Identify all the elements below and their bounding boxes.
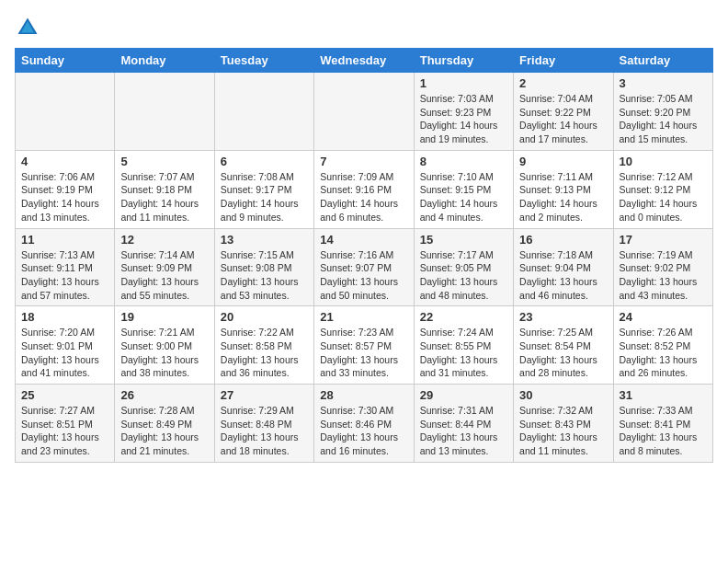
- calendar-cell: 22Sunrise: 7:24 AM Sunset: 8:55 PM Dayli…: [414, 306, 513, 385]
- day-number: 11: [21, 233, 108, 247]
- calendar-table: SundayMondayTuesdayWednesdayThursdayFrid…: [15, 48, 713, 463]
- day-number: 9: [519, 155, 607, 168]
- day-number: 2: [519, 76, 607, 90]
- day-number: 13: [221, 233, 308, 247]
- header-tuesday: Tuesday: [214, 49, 313, 73]
- calendar-cell: 5Sunrise: 7:07 AM Sunset: 9:18 PM Daylig…: [115, 150, 214, 228]
- calendar-cell: 31Sunrise: 7:33 AM Sunset: 8:41 PM Dayli…: [613, 385, 712, 463]
- day-number: 29: [420, 388, 507, 402]
- day-number: 26: [120, 388, 208, 402]
- logo-icon: [15, 15, 40, 40]
- day-number: 5: [120, 155, 208, 168]
- day-number: 19: [120, 310, 208, 324]
- calendar-week-3: 11Sunrise: 7:13 AM Sunset: 9:11 PM Dayli…: [16, 228, 713, 306]
- day-number: 20: [221, 310, 308, 324]
- calendar-cell: 23Sunrise: 7:25 AM Sunset: 8:54 PM Dayli…: [514, 306, 613, 385]
- day-info: Sunrise: 7:03 AM Sunset: 9:23 PM Dayligh…: [420, 92, 507, 146]
- day-info: Sunrise: 7:23 AM Sunset: 8:57 PM Dayligh…: [320, 326, 407, 380]
- calendar-cell: 1Sunrise: 7:03 AM Sunset: 9:23 PM Daylig…: [414, 73, 513, 151]
- day-number: 24: [620, 310, 707, 324]
- day-info: Sunrise: 7:18 AM Sunset: 9:04 PM Dayligh…: [519, 248, 607, 303]
- header: [15, 15, 713, 40]
- logo: [15, 15, 44, 40]
- day-info: Sunrise: 7:32 AM Sunset: 8:43 PM Dayligh…: [519, 404, 607, 458]
- calendar-cell: 27Sunrise: 7:29 AM Sunset: 8:48 PM Dayli…: [214, 385, 313, 463]
- day-info: Sunrise: 7:13 AM Sunset: 9:11 PM Dayligh…: [21, 248, 108, 303]
- calendar-cell: 6Sunrise: 7:08 AM Sunset: 9:17 PM Daylig…: [214, 150, 313, 228]
- day-info: Sunrise: 7:19 AM Sunset: 9:02 PM Dayligh…: [620, 248, 707, 303]
- day-info: Sunrise: 7:11 AM Sunset: 9:13 PM Dayligh…: [519, 170, 607, 224]
- calendar-cell: [214, 73, 313, 151]
- calendar-cell: [16, 73, 115, 151]
- day-info: Sunrise: 7:26 AM Sunset: 8:52 PM Dayligh…: [620, 326, 707, 380]
- header-sunday: Sunday: [16, 49, 115, 73]
- day-number: 25: [21, 388, 108, 402]
- day-info: Sunrise: 7:05 AM Sunset: 9:20 PM Dayligh…: [620, 92, 707, 146]
- day-info: Sunrise: 7:16 AM Sunset: 9:07 PM Dayligh…: [320, 248, 407, 303]
- day-info: Sunrise: 7:17 AM Sunset: 9:05 PM Dayligh…: [420, 248, 507, 303]
- day-number: 14: [320, 233, 407, 247]
- day-info: Sunrise: 7:24 AM Sunset: 8:55 PM Dayligh…: [420, 326, 507, 380]
- day-number: 17: [620, 233, 707, 247]
- calendar-cell: 4Sunrise: 7:06 AM Sunset: 9:19 PM Daylig…: [16, 150, 115, 228]
- calendar-cell: 28Sunrise: 7:30 AM Sunset: 8:46 PM Dayli…: [314, 385, 414, 463]
- calendar-header-row: SundayMondayTuesdayWednesdayThursdayFrid…: [16, 49, 713, 73]
- header-saturday: Saturday: [613, 49, 712, 73]
- calendar-cell: 12Sunrise: 7:14 AM Sunset: 9:09 PM Dayli…: [115, 228, 214, 306]
- day-info: Sunrise: 7:07 AM Sunset: 9:18 PM Dayligh…: [120, 170, 208, 224]
- day-info: Sunrise: 7:21 AM Sunset: 9:00 PM Dayligh…: [120, 326, 208, 380]
- day-info: Sunrise: 7:30 AM Sunset: 8:46 PM Dayligh…: [320, 404, 407, 458]
- day-number: 22: [420, 310, 507, 324]
- calendar-cell: 15Sunrise: 7:17 AM Sunset: 9:05 PM Dayli…: [414, 228, 513, 306]
- day-info: Sunrise: 7:20 AM Sunset: 9:01 PM Dayligh…: [21, 326, 108, 380]
- header-monday: Monday: [115, 49, 214, 73]
- header-thursday: Thursday: [414, 49, 513, 73]
- day-number: 3: [620, 76, 707, 90]
- calendar-cell: [115, 73, 214, 151]
- calendar-cell: 7Sunrise: 7:09 AM Sunset: 9:16 PM Daylig…: [314, 150, 414, 228]
- day-number: 16: [519, 233, 607, 247]
- header-wednesday: Wednesday: [314, 49, 414, 73]
- day-info: Sunrise: 7:28 AM Sunset: 8:49 PM Dayligh…: [120, 404, 208, 458]
- day-info: Sunrise: 7:22 AM Sunset: 8:58 PM Dayligh…: [221, 326, 308, 380]
- calendar-cell: 21Sunrise: 7:23 AM Sunset: 8:57 PM Dayli…: [314, 306, 414, 385]
- day-info: Sunrise: 7:15 AM Sunset: 9:08 PM Dayligh…: [221, 248, 308, 303]
- day-number: 23: [519, 310, 607, 324]
- calendar-cell: 30Sunrise: 7:32 AM Sunset: 8:43 PM Dayli…: [514, 385, 613, 463]
- day-number: 18: [21, 310, 108, 324]
- day-number: 31: [620, 388, 707, 402]
- calendar-week-5: 25Sunrise: 7:27 AM Sunset: 8:51 PM Dayli…: [16, 385, 713, 463]
- calendar-cell: 2Sunrise: 7:04 AM Sunset: 9:22 PM Daylig…: [514, 73, 613, 151]
- calendar-cell: 10Sunrise: 7:12 AM Sunset: 9:12 PM Dayli…: [613, 150, 712, 228]
- day-info: Sunrise: 7:06 AM Sunset: 9:19 PM Dayligh…: [21, 170, 108, 224]
- day-number: 12: [120, 233, 208, 247]
- day-info: Sunrise: 7:08 AM Sunset: 9:17 PM Dayligh…: [221, 170, 308, 224]
- day-number: 21: [320, 310, 407, 324]
- day-number: 1: [420, 76, 507, 90]
- calendar-cell: 25Sunrise: 7:27 AM Sunset: 8:51 PM Dayli…: [16, 385, 115, 463]
- day-number: 7: [320, 155, 407, 168]
- day-number: 6: [221, 155, 308, 168]
- calendar-cell: 16Sunrise: 7:18 AM Sunset: 9:04 PM Dayli…: [514, 228, 613, 306]
- calendar-cell: 24Sunrise: 7:26 AM Sunset: 8:52 PM Dayli…: [613, 306, 712, 385]
- calendar-cell: 13Sunrise: 7:15 AM Sunset: 9:08 PM Dayli…: [214, 228, 313, 306]
- day-info: Sunrise: 7:31 AM Sunset: 8:44 PM Dayligh…: [420, 404, 507, 458]
- calendar-cell: 20Sunrise: 7:22 AM Sunset: 8:58 PM Dayli…: [214, 306, 313, 385]
- calendar-cell: 17Sunrise: 7:19 AM Sunset: 9:02 PM Dayli…: [613, 228, 712, 306]
- day-info: Sunrise: 7:33 AM Sunset: 8:41 PM Dayligh…: [620, 404, 707, 458]
- calendar-cell: 14Sunrise: 7:16 AM Sunset: 9:07 PM Dayli…: [314, 228, 414, 306]
- calendar-cell: 19Sunrise: 7:21 AM Sunset: 9:00 PM Dayli…: [115, 306, 214, 385]
- calendar-week-1: 1Sunrise: 7:03 AM Sunset: 9:23 PM Daylig…: [16, 73, 713, 151]
- day-info: Sunrise: 7:10 AM Sunset: 9:15 PM Dayligh…: [420, 170, 507, 224]
- header-friday: Friday: [514, 49, 613, 73]
- day-number: 10: [620, 155, 707, 168]
- calendar-cell: 29Sunrise: 7:31 AM Sunset: 8:44 PM Dayli…: [414, 385, 513, 463]
- calendar-cell: 8Sunrise: 7:10 AM Sunset: 9:15 PM Daylig…: [414, 150, 513, 228]
- day-info: Sunrise: 7:25 AM Sunset: 8:54 PM Dayligh…: [519, 326, 607, 380]
- calendar-cell: 3Sunrise: 7:05 AM Sunset: 9:20 PM Daylig…: [613, 73, 712, 151]
- calendar-cell: 26Sunrise: 7:28 AM Sunset: 8:49 PM Dayli…: [115, 385, 214, 463]
- day-info: Sunrise: 7:14 AM Sunset: 9:09 PM Dayligh…: [120, 248, 208, 303]
- calendar-cell: 11Sunrise: 7:13 AM Sunset: 9:11 PM Dayli…: [16, 228, 115, 306]
- day-info: Sunrise: 7:27 AM Sunset: 8:51 PM Dayligh…: [21, 404, 108, 458]
- day-info: Sunrise: 7:12 AM Sunset: 9:12 PM Dayligh…: [620, 170, 707, 224]
